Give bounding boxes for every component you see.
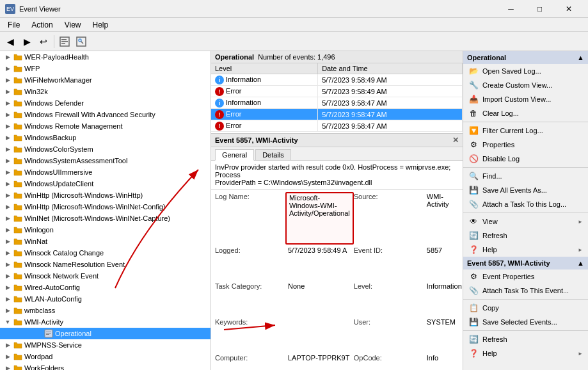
table-row[interactable]: !Error5/7/2023 9:58:47 AM xyxy=(211,120,463,132)
action-item[interactable]: 🔽Filter Current Log... xyxy=(463,124,588,138)
action-item[interactable]: 🚫Disable Log xyxy=(463,152,588,166)
svg-rect-10 xyxy=(46,334,49,335)
tree-item[interactable]: ▶WorkFolders xyxy=(0,362,211,370)
tree-expand-icon: ▶ xyxy=(3,63,13,74)
back-button[interactable]: ◀ xyxy=(3,34,18,49)
toolbar: ◀ ▶ ↩ xyxy=(0,32,588,51)
tree-item-label: Operational xyxy=(55,330,91,337)
tree-item[interactable]: ▶Wired-AutoConfig xyxy=(0,282,211,293)
svg-rect-2 xyxy=(61,41,68,42)
tree-expand-icon: ▶ xyxy=(3,363,13,370)
toolbar-btn-1[interactable] xyxy=(57,34,72,49)
tree-item[interactable]: ▶WMPNSS-Service xyxy=(0,339,211,351)
event-properties: Log Name: Microsoft-Windows-WMI-Activity… xyxy=(211,189,463,370)
event-detail-close[interactable]: ✕ xyxy=(452,136,459,145)
tree-item[interactable]: ▶WindowsBackup xyxy=(0,132,211,143)
table-row[interactable]: iInformation5/7/2023 9:58:47 AM xyxy=(211,97,463,109)
menu-action[interactable]: Action xyxy=(26,19,58,31)
svg-rect-1 xyxy=(61,39,67,40)
action-item[interactable]: 🗑Clear Log... xyxy=(463,106,588,120)
toolbar-btn-2[interactable] xyxy=(74,34,89,49)
tree-item[interactable]: ▶WER-PayloadHealth xyxy=(0,51,211,63)
tab-details[interactable]: Details xyxy=(255,149,291,160)
cell-datetime: 5/7/2023 9:58:47 AM xyxy=(318,97,463,109)
action-item[interactable]: 💾Save All Events As... xyxy=(463,183,588,197)
tree-item[interactable]: ▶WiFiNetworkManager xyxy=(0,74,211,86)
table-row[interactable]: !Error5/7/2023 9:58:47 AM xyxy=(211,109,463,120)
tree-item[interactable]: ▶Winsock NameResolution Event xyxy=(0,259,211,270)
action-item[interactable]: 👁View► xyxy=(463,214,588,229)
section-collapse-icon[interactable]: ▲ xyxy=(577,54,584,61)
menu-help[interactable]: Help xyxy=(88,19,114,31)
menu-view[interactable]: View xyxy=(60,19,86,31)
tree-item[interactable]: ▶Windows Defender xyxy=(0,97,211,109)
up-button[interactable]: ↩ xyxy=(36,34,51,49)
tree-item[interactable]: ▶Winsock Network Event xyxy=(0,270,211,282)
tree-item-label: WindowsUpdateClient xyxy=(24,180,93,188)
action-icon: 🚫 xyxy=(468,154,479,164)
tree-item[interactable]: ▶WindowsUpdateClient xyxy=(0,178,211,189)
maximize-button[interactable]: □ xyxy=(525,0,554,18)
tree-item[interactable]: ▶WLAN-AutoConfig xyxy=(0,293,211,305)
section-collapse-icon[interactable]: ▲ xyxy=(577,259,584,267)
cell-level: iInformation xyxy=(211,74,318,86)
events-header: Operational Number of events: 1,496 xyxy=(211,51,463,63)
tree-item[interactable]: ▶Winlogon xyxy=(0,224,211,236)
forward-button[interactable]: ▶ xyxy=(19,34,35,49)
action-item[interactable]: 🔄Refresh xyxy=(463,332,588,346)
action-item[interactable]: 🔍Find... xyxy=(463,169,588,183)
action-item[interactable]: 💾Save Selected Events... xyxy=(463,315,588,329)
action-item[interactable]: 📎Attach Task To This Event... xyxy=(463,284,588,298)
table-row[interactable]: !Error5/7/2023 9:58:49 AM xyxy=(211,86,463,97)
action-item[interactable]: 📥Import Custom View... xyxy=(463,92,588,106)
action-item[interactable]: 📎Attach a Task To this Log... xyxy=(463,197,588,211)
events-table-container[interactable]: Level Date and Time iInformation5/7/2023… xyxy=(211,63,463,134)
close-button[interactable]: ✕ xyxy=(554,0,583,18)
cell-datetime: 5/7/2023 9:58:49 AM xyxy=(318,86,463,97)
action-item[interactable]: 📂Open Saved Log... xyxy=(463,64,588,78)
info-icon: i xyxy=(215,99,224,108)
tree-expand-icon: ▶ xyxy=(3,271,13,281)
action-icon: 📎 xyxy=(468,286,479,296)
action-item[interactable]: ⚙Event Properties xyxy=(463,269,588,284)
tree-expand-icon: ▶ xyxy=(3,259,13,269)
tree-item[interactable]: ▶WinNat xyxy=(0,236,211,247)
info-icon: i xyxy=(215,76,224,84)
action-label: Create Custom View... xyxy=(482,81,552,89)
actions-list: 📂Open Saved Log...🔧Create Custom View...… xyxy=(463,64,588,257)
action-item[interactable]: ❓Help► xyxy=(463,346,588,360)
tree-item[interactable]: ▶Windows Remote Management xyxy=(0,120,211,132)
tree-item[interactable]: ▶Winsock Catalog Change xyxy=(0,247,211,259)
action-icon: ⚙ xyxy=(468,271,479,282)
action-item[interactable]: 🔧Create Custom View... xyxy=(463,78,588,92)
menu-file[interactable]: File xyxy=(3,19,25,31)
tree-item[interactable]: ▶WinHttp (Microsoft-Windows-WinHttp) xyxy=(0,189,211,201)
tree-item[interactable]: ▶WindowsUIImmersive xyxy=(0,166,211,178)
tree-item[interactable]: ▶Windows Firewall With Advanced Security xyxy=(0,109,211,120)
minimize-button[interactable]: ─ xyxy=(497,0,525,18)
tree-item[interactable]: ▶WFP xyxy=(0,63,211,74)
action-item[interactable]: ⚙Properties xyxy=(463,138,588,152)
tree-item[interactable]: ▶Win32k xyxy=(0,86,211,97)
tree-item[interactable]: ▶WinHttp (Microsoft-Windows-WinINet-Conf… xyxy=(0,201,211,213)
tab-general[interactable]: General xyxy=(215,149,254,161)
tree-expand-icon: ▶ xyxy=(3,340,13,350)
tree-item[interactable]: ▶WindowsColorSystem xyxy=(0,143,211,155)
tree-item[interactable]: ▼WMI-Activity xyxy=(0,316,211,328)
tree-item[interactable]: Operational xyxy=(0,328,211,339)
tree-item[interactable]: ▶wmbclass xyxy=(0,305,211,316)
chevron-right-icon: ► xyxy=(578,219,583,225)
action-divider xyxy=(463,213,588,213)
action-item[interactable]: 📋Copy xyxy=(463,301,588,315)
action-item[interactable]: 🔄Refresh xyxy=(463,229,588,243)
tree-item-label: WinHttp (Microsoft-Windows-WinHttp) xyxy=(24,191,143,199)
error-icon: ! xyxy=(215,87,224,96)
action-item[interactable]: ❓Help► xyxy=(463,243,588,257)
tree-item[interactable]: ▶Wordpad xyxy=(0,351,211,362)
prop-level-value: Information xyxy=(424,282,463,316)
table-row[interactable]: iInformation5/7/2023 9:58:49 AM xyxy=(211,74,463,86)
action-item-left: ❓Help xyxy=(468,348,497,358)
action-icon: 📎 xyxy=(468,199,479,209)
tree-item[interactable]: ▶WinINet (Microsoft-Windows-WinINet-Capt… xyxy=(0,213,211,224)
tree-item[interactable]: ▶WindowsSystemAssessmentTool xyxy=(0,155,211,166)
